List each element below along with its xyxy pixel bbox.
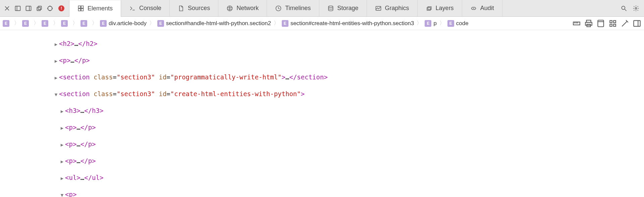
- tab-sources[interactable]: Sources: [170, 0, 218, 16]
- svg-rect-11: [78, 6, 81, 8]
- disclosure-closed-icon[interactable]: ▶: [60, 174, 64, 182]
- svg-rect-2: [26, 6, 31, 10]
- tab-graphics[interactable]: Graphics: [367, 0, 418, 16]
- svg-rect-34: [610, 20, 612, 23]
- sidebar-toggle-icon[interactable]: [633, 19, 641, 28]
- dom-node-p[interactable]: ▶<p>…</p>: [0, 140, 644, 149]
- tab-layers[interactable]: Layers: [418, 0, 462, 16]
- breadcrumb-item[interactable]: E: [22, 20, 31, 27]
- dock-right-icon[interactable]: [24, 4, 33, 13]
- error-badge[interactable]: !: [58, 5, 64, 11]
- chevron-right-icon: 〉: [415, 20, 423, 27]
- disclosure-closed-icon[interactable]: ▶: [60, 107, 64, 115]
- svg-rect-35: [613, 20, 616, 23]
- toolbar-left: !: [0, 4, 69, 13]
- element-badge-icon: E: [3, 20, 9, 27]
- popout-icon[interactable]: [35, 4, 44, 13]
- disclosure-closed-icon[interactable]: ▶: [60, 124, 64, 132]
- tab-storage[interactable]: Storage: [319, 0, 367, 16]
- breadcrumb-item[interactable]: E: [3, 20, 11, 27]
- breadcrumb-bar: E 〉 E 〉 E 〉 E 〉 E 〉 Ediv.article-body 〉 …: [0, 17, 644, 30]
- dom-tree[interactable]: ▶<h2>…</h2> ▶<p>…</p> ▶<section class="s…: [0, 30, 644, 197]
- breadcrumb-item[interactable]: Esection#handle-html-with-python.section…: [157, 20, 271, 27]
- disclosure-closed-icon[interactable]: ▶: [54, 74, 58, 82]
- breadcrumb-item[interactable]: Esection#create-html-entities-with-pytho…: [282, 20, 414, 27]
- dom-node-section-open[interactable]: ▼<section class="section3" id="create-ht…: [0, 90, 644, 98]
- settings-icon[interactable]: [631, 4, 641, 13]
- svg-rect-13: [78, 9, 81, 11]
- breadcrumb-item[interactable]: Ep: [425, 20, 436, 27]
- chevron-right-icon: 〉: [148, 20, 156, 27]
- audit-icon: [470, 5, 477, 12]
- tab-timelines[interactable]: Timelines: [267, 0, 319, 16]
- tab-label: Network: [236, 5, 259, 12]
- svg-line-23: [625, 9, 627, 11]
- tab-console[interactable]: Console: [121, 0, 170, 16]
- graphics-icon: [375, 5, 382, 12]
- dom-node-h2[interactable]: ▶<h2>…</h2>: [0, 40, 644, 48]
- svg-rect-12: [81, 6, 84, 8]
- tab-label: Sources: [188, 5, 210, 12]
- tab-label: Graphics: [385, 5, 409, 12]
- breadcrumb-item[interactable]: E: [42, 20, 50, 27]
- element-badge-icon: E: [42, 20, 48, 27]
- disclosure-open-icon[interactable]: ▼: [60, 191, 64, 197]
- svg-rect-37: [613, 24, 616, 26]
- svg-rect-38: [634, 20, 640, 26]
- tab-label: Audit: [480, 5, 494, 12]
- dom-node-p[interactable]: ▶<p>…</p>: [0, 123, 644, 132]
- storage-icon: [327, 5, 334, 12]
- inspect-icon[interactable]: [46, 4, 54, 13]
- dom-node-ul[interactable]: ▶<ul>…</ul>: [0, 174, 644, 182]
- svg-point-22: [622, 6, 625, 9]
- disclosure-closed-icon[interactable]: ▶: [54, 57, 58, 65]
- device-icon[interactable]: [596, 19, 605, 28]
- network-icon: [226, 5, 233, 12]
- disclosure-closed-icon[interactable]: ▶: [54, 40, 58, 48]
- tab-label: Timelines: [285, 5, 311, 12]
- tab-elements[interactable]: Elements: [69, 0, 121, 17]
- svg-rect-21: [428, 7, 431, 9]
- grid-icon[interactable]: [608, 19, 617, 28]
- dom-node-p[interactable]: ▶<p>…</p>: [0, 56, 644, 65]
- search-icon[interactable]: [619, 4, 629, 13]
- svg-rect-14: [81, 9, 84, 11]
- tab-label: Console: [139, 5, 161, 12]
- element-badge-icon: E: [282, 20, 288, 27]
- svg-point-18: [328, 6, 333, 7]
- chevron-right-icon: 〉: [272, 20, 280, 27]
- paint-icon[interactable]: [621, 19, 629, 28]
- svg-point-24: [635, 7, 637, 9]
- breadcrumb-item[interactable]: E: [80, 20, 89, 27]
- breadcrumb-item[interactable]: E: [61, 20, 70, 27]
- breadcrumb-item[interactable]: Ecode: [447, 20, 469, 27]
- dom-node-h3[interactable]: ▶<h3>…</h3>: [0, 107, 644, 115]
- tab-audit[interactable]: Audit: [462, 0, 502, 16]
- chevron-right-icon: 〉: [32, 20, 40, 27]
- element-badge-icon: E: [425, 20, 431, 27]
- breadcrumb-label: div.article-body: [109, 20, 147, 27]
- layers-icon: [426, 5, 432, 12]
- print-icon[interactable]: [584, 19, 593, 28]
- svg-rect-20: [427, 7, 430, 10]
- dock-left-icon[interactable]: [13, 4, 22, 13]
- svg-rect-4: [37, 7, 40, 10]
- ruler-icon[interactable]: [572, 19, 581, 28]
- chevron-right-icon: 〉: [52, 20, 60, 27]
- elements-toolbar-right: [572, 19, 641, 28]
- disclosure-open-icon[interactable]: ▼: [54, 90, 58, 98]
- disclosure-closed-icon[interactable]: ▶: [60, 157, 64, 166]
- breadcrumb-item[interactable]: Ediv.article-body: [100, 20, 147, 27]
- dom-node-p[interactable]: ▶<p>…</p>: [0, 157, 644, 166]
- close-icon[interactable]: [3, 4, 11, 13]
- dom-node-p-open[interactable]: ▼<p>: [0, 190, 644, 197]
- dom-node-section[interactable]: ▶<section class="section3" id="programma…: [0, 73, 644, 82]
- disclosure-closed-icon[interactable]: ▶: [60, 141, 64, 149]
- element-badge-icon: E: [447, 20, 454, 27]
- tab-network[interactable]: Network: [218, 0, 267, 16]
- chevron-right-icon: 〉: [13, 20, 21, 27]
- element-badge-icon: E: [157, 20, 164, 27]
- element-badge-icon: E: [61, 20, 68, 27]
- elements-icon: [77, 5, 84, 12]
- breadcrumb-label: section#create-html-entities-with-python…: [290, 20, 414, 27]
